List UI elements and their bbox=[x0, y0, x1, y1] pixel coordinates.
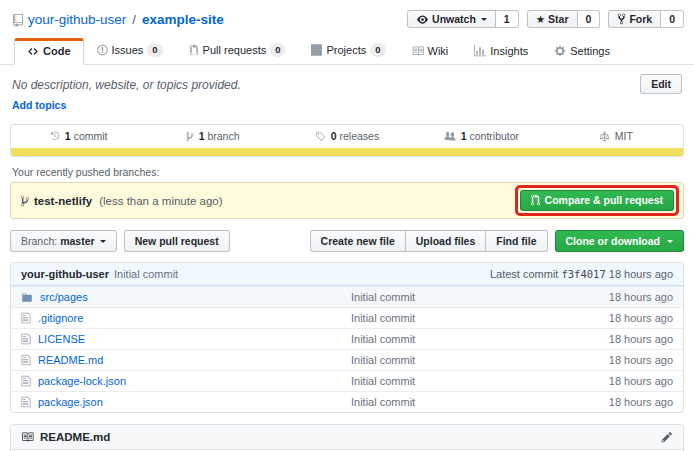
repo-name-link[interactable]: example-site bbox=[142, 12, 224, 27]
clone-label: Clone or download bbox=[566, 235, 661, 247]
file-name-link[interactable]: src/pages bbox=[40, 291, 88, 303]
latest-commit-info: Latest commit f3f4017 18 hours ago bbox=[490, 268, 673, 280]
create-new-file-button[interactable]: Create new file bbox=[310, 230, 405, 252]
contributors-label: contributor bbox=[469, 130, 519, 142]
pushed-branch: test-netlify (less than a minute ago) bbox=[21, 195, 223, 207]
stat-contributors[interactable]: 1 contributor bbox=[414, 125, 548, 148]
star-button-group: ★ Star 0 bbox=[527, 10, 601, 28]
stat-branches[interactable]: 1 branch bbox=[145, 125, 279, 148]
file-commit-time: 18 hours ago bbox=[555, 354, 673, 366]
star-count[interactable]: 0 bbox=[578, 10, 601, 28]
file-row[interactable]: LICENSE Initial commit 18 hours ago bbox=[11, 328, 683, 349]
branch-prefix: Branch: bbox=[21, 235, 57, 247]
file-browser: your-github-user Initial commit Latest c… bbox=[10, 262, 684, 413]
tab-code[interactable]: Code bbox=[14, 38, 84, 65]
file-icon bbox=[21, 354, 31, 366]
pushed-branch-link[interactable]: test-netlify bbox=[34, 195, 92, 207]
compare-pull-request-label: Compare & pull request bbox=[545, 194, 663, 206]
file-row[interactable]: package-lock.json Initial commit 18 hour… bbox=[11, 370, 683, 391]
file-name-link[interactable]: package.json bbox=[38, 396, 103, 408]
project-icon bbox=[311, 44, 322, 56]
stat-commits[interactable]: 1 commit bbox=[11, 125, 145, 148]
commit-hash-link[interactable]: f3f4017 bbox=[561, 268, 605, 280]
unwatch-button[interactable]: Unwatch bbox=[407, 10, 496, 28]
watch-count[interactable]: 1 bbox=[496, 10, 519, 28]
file-row[interactable]: .gitignore Initial commit 18 hours ago bbox=[11, 307, 683, 328]
edit-description-button[interactable]: Edit bbox=[640, 74, 682, 94]
tab-pull-requests[interactable]: Pull requests 0 bbox=[176, 36, 299, 65]
releases-count: 0 bbox=[331, 130, 337, 142]
file-commit-message[interactable]: Initial commit bbox=[351, 375, 555, 387]
tab-wiki-label: Wiki bbox=[428, 45, 449, 57]
description-section: No description, website, or topics provi… bbox=[0, 65, 694, 122]
upload-files-button[interactable]: Upload files bbox=[405, 230, 486, 252]
license-label: MIT bbox=[615, 130, 633, 142]
pushed-branch-time: (less than a minute ago) bbox=[99, 195, 222, 207]
file-actions-row: Branch: master New pull request Create n… bbox=[10, 230, 684, 252]
clone-or-download-button[interactable]: Clone or download bbox=[555, 230, 685, 252]
tag-icon bbox=[315, 130, 326, 142]
tab-insights[interactable]: Insights bbox=[461, 38, 541, 65]
new-pull-request-button[interactable]: New pull request bbox=[124, 230, 230, 252]
file-name-link[interactable]: package-lock.json bbox=[38, 375, 126, 387]
file-commit-message[interactable]: Initial commit bbox=[351, 312, 555, 324]
law-icon bbox=[599, 130, 610, 142]
social-actions: Unwatch 1 ★ Star 0 Fork 0 bbox=[407, 10, 684, 28]
recently-pushed-banner: test-netlify (less than a minute ago) Co… bbox=[10, 182, 684, 219]
fork-button[interactable]: Fork bbox=[608, 10, 661, 28]
file-icon bbox=[21, 396, 31, 408]
star-label: Star bbox=[548, 13, 568, 25]
file-commit-time: 18 hours ago bbox=[555, 396, 673, 408]
tab-issues[interactable]: Issues 0 bbox=[84, 36, 176, 65]
file-commit-time: 18 hours ago bbox=[555, 375, 673, 387]
caret-down-icon bbox=[100, 240, 106, 246]
compare-pull-request-button[interactable]: Compare & pull request bbox=[520, 190, 674, 211]
tab-projects-label: Projects bbox=[326, 44, 366, 56]
star-button[interactable]: ★ Star bbox=[527, 10, 578, 28]
commit-message-link[interactable]: Initial commit bbox=[114, 268, 178, 280]
file-name-link[interactable]: LICENSE bbox=[38, 333, 85, 345]
branch-icon bbox=[186, 130, 194, 142]
file-buttons-group: Create new file Upload files Find file bbox=[310, 230, 548, 252]
fork-count[interactable]: 0 bbox=[661, 10, 684, 28]
commit-author-link[interactable]: your-github-user bbox=[21, 268, 109, 280]
file-commit-message[interactable]: Initial commit bbox=[351, 291, 555, 303]
stat-releases[interactable]: 0 releases bbox=[280, 125, 414, 148]
file-icon bbox=[21, 312, 31, 324]
issue-icon bbox=[97, 44, 108, 56]
repo-header: your-github-user / example-site Unwatch … bbox=[0, 0, 694, 32]
add-topics-link[interactable]: Add topics bbox=[12, 99, 66, 111]
file-row[interactable]: README.md Initial commit 18 hours ago bbox=[11, 349, 683, 370]
pencil-icon[interactable] bbox=[661, 431, 673, 443]
history-icon bbox=[49, 130, 60, 142]
file-name-link[interactable]: README.md bbox=[38, 354, 103, 366]
file-commit-message[interactable]: Initial commit bbox=[351, 396, 555, 408]
file-row[interactable]: src/pages Initial commit 18 hours ago bbox=[11, 286, 683, 307]
watch-button-group: Unwatch 1 bbox=[407, 10, 519, 28]
tab-settings-label: Settings bbox=[570, 45, 610, 57]
find-file-button[interactable]: Find file bbox=[485, 230, 547, 252]
language-bar[interactable] bbox=[11, 148, 683, 156]
branches-label: branch bbox=[207, 130, 239, 142]
tab-settings[interactable]: Settings bbox=[541, 38, 623, 65]
repo-owner-link[interactable]: your-github-user bbox=[28, 12, 126, 27]
readme-title: README.md bbox=[40, 431, 110, 443]
eye-icon bbox=[416, 14, 429, 25]
breadcrumb-separator: / bbox=[132, 12, 136, 27]
tab-projects[interactable]: Projects 0 bbox=[298, 36, 398, 65]
file-commit-time: 18 hours ago bbox=[555, 291, 673, 303]
file-commit-message[interactable]: Initial commit bbox=[351, 333, 555, 345]
file-row[interactable]: package.json Initial commit 18 hours ago bbox=[11, 391, 683, 412]
fork-icon bbox=[617, 13, 626, 25]
people-icon bbox=[444, 130, 456, 142]
readme-book-icon bbox=[21, 431, 34, 443]
graph-icon bbox=[474, 45, 486, 57]
issues-count-badge: 0 bbox=[147, 43, 162, 57]
file-commit-message[interactable]: Initial commit bbox=[351, 354, 555, 366]
file-commit-time: 18 hours ago bbox=[555, 312, 673, 324]
commits-label: commit bbox=[74, 130, 108, 142]
branch-select-button[interactable]: Branch: master bbox=[10, 230, 117, 252]
stat-license[interactable]: MIT bbox=[549, 125, 683, 148]
file-name-link[interactable]: .gitignore bbox=[38, 312, 83, 324]
tab-wiki[interactable]: Wiki bbox=[399, 38, 462, 65]
